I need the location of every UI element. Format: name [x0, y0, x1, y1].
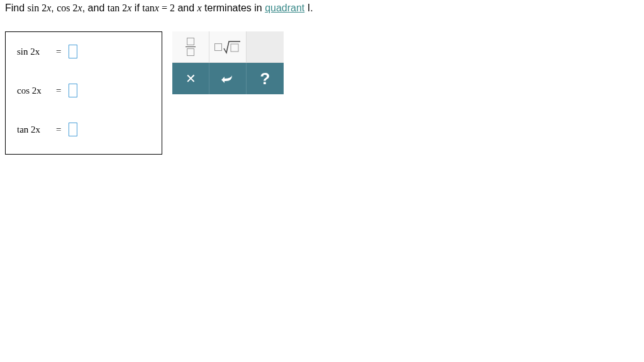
sin-label: sin 2x [17, 47, 48, 57]
q-if: if [131, 3, 142, 13]
q-term1: sin 2 [28, 3, 47, 13]
tan-input[interactable] [69, 123, 77, 136]
equals-2: = [56, 85, 61, 96]
sin-input[interactable] [69, 45, 77, 58]
equals-3: = [56, 124, 61, 135]
fraction-button[interactable] [172, 31, 209, 63]
sqrt-symbol-icon [223, 40, 241, 54]
answer-row-tan: tan 2x = [17, 123, 150, 136]
answer-box: sin 2x = cos 2x = tan 2x = [5, 31, 162, 155]
q-var2: x [78, 3, 82, 13]
sqrt-icon [214, 43, 222, 51]
undo-icon [219, 74, 236, 84]
help-icon: ? [260, 69, 270, 89]
answer-row-sin: sin 2x = [17, 45, 150, 58]
undo-button[interactable] [209, 63, 247, 94]
q-cond-eq: = 2 [159, 3, 175, 13]
quadrant-link[interactable]: quadrant [265, 3, 304, 13]
cos-input[interactable] [69, 84, 77, 97]
q-prefix: Find [5, 3, 28, 13]
empty-palette-cell [247, 31, 284, 63]
q-term2: cos 2 [57, 3, 77, 13]
q-mid2: terminates in [202, 3, 265, 13]
q-cond: tan [142, 3, 155, 13]
clear-icon: ✕ [186, 71, 196, 86]
question-text: Find sin 2x, cos 2x, and tan 2x if tanx … [5, 3, 639, 14]
cos-label: cos 2x [17, 85, 48, 96]
svg-rect-0 [231, 44, 238, 52]
q-cond-var: x [155, 3, 159, 13]
help-button[interactable]: ? [247, 63, 284, 94]
q-var4: x [197, 3, 202, 13]
sqrt-button[interactable] [209, 31, 247, 63]
q-sep1: , [51, 3, 57, 13]
answer-row-cos: cos 2x = [17, 84, 150, 97]
fraction-icon [187, 38, 194, 45]
q-suffix: I. [304, 3, 313, 13]
equals-1: = [56, 47, 61, 57]
clear-button[interactable]: ✕ [172, 63, 209, 94]
math-palette: ✕ ? [172, 31, 284, 94]
q-term3: tan 2 [108, 3, 128, 13]
q-mid: and [175, 3, 197, 13]
tan-label: tan 2x [17, 124, 48, 135]
q-sep2: , and [82, 3, 108, 13]
